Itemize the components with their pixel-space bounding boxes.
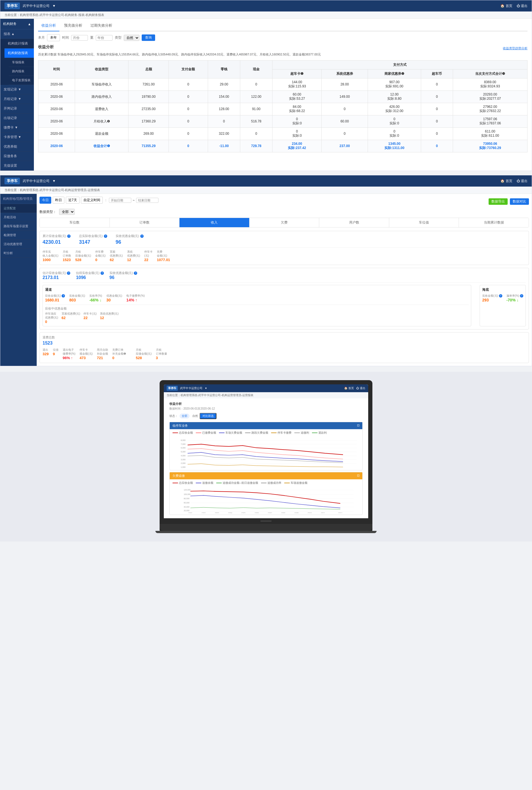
info-icon-7[interactable]: ? <box>62 294 65 297</box>
th-type: 收益类型 <box>75 60 129 78</box>
td-type: 退款金额 <box>75 127 129 140</box>
sub-stat-wide-promo: 宽索优惠费(元) 62 <box>110 250 123 262</box>
sidebar-collapse-icon[interactable]: ▲ <box>28 22 31 26</box>
road-promo: 实收优惠金额(元) ? 96 <box>110 271 137 280</box>
sidebar-item-cardmgt[interactable]: 卡券管理 ▼ <box>0 132 34 142</box>
filter-btn-this-year[interactable]: 本年 <box>47 34 60 41</box>
td-payment: 0 <box>169 78 208 91</box>
sidebar-item-receivable[interactable]: 应缴务务 <box>0 151 34 161</box>
chart1-expand-icon[interactable]: ⊡ <box>357 424 360 427</box>
tab-revenue[interactable]: 收益分析 <box>38 22 59 31</box>
monthly-items: 退出 329 仅借 9 退出电子缴费率(%) 96% ↑ 停车卡规金额(元) 4… <box>42 348 526 360</box>
logout-btn-2[interactable]: ⏻ 退出 <box>517 179 528 183</box>
sidebar-item-indoor[interactable]: 路内报表 <box>9 67 34 76</box>
summary-link[interactable]: 收益类型趋势分析 <box>503 46 528 51</box>
td-merchantcoupon: 12.00 实际:8.80 <box>368 91 421 103</box>
legend-card-payment: 停车卡缴费 <box>271 431 291 435</box>
info-icon-6[interactable]: ? <box>134 272 137 275</box>
date-tab-7days[interactable]: 近7天 <box>66 197 79 204</box>
info-icon-4[interactable]: ? <box>67 272 70 275</box>
road-subsection: 通道 应收金额(元) ? 1680.01 实收金额(元) 803 <box>42 285 471 326</box>
chart-company-icon[interactable]: ▼ <box>205 387 207 390</box>
td-type[interactable]: 收益合计❶ <box>75 140 129 152</box>
chart-logout[interactable]: ⏻ 退出 <box>356 386 365 390</box>
filter-year-input[interactable] <box>96 35 113 41</box>
road-electronic-rate: 电子缴费率(%) 14% ↑ <box>126 294 145 302</box>
sidebar-item-monthly[interactable]: 月租记录 ▼ <box>0 94 34 104</box>
td-syscoupon: 28.00 <box>321 78 368 91</box>
metric-tab-arrears[interactable]: 欠费 <box>249 218 320 227</box>
home-icon[interactable]: 🏠 首页 <box>500 4 512 8</box>
sub-stat-parking-fee: 停车费金额(元) 0 <box>95 250 106 262</box>
chart-home-icon[interactable]: 🏠 首页 <box>344 386 354 390</box>
chart-filter-btn[interactable]: 对比筛选 <box>200 413 216 419</box>
sidebar-item-stats[interactable]: 机构统计报表 <box>4 39 34 49</box>
svg-text:03/06: 03/06 <box>255 512 259 513</box>
chart2-header: 欠费追缴 ⊡ <box>170 472 362 479</box>
chart-filter-all[interactable]: 全部 <box>179 414 190 419</box>
svg-text:03/09: 03/09 <box>296 469 300 469</box>
metric-tab-orders[interactable]: 订单数 <box>110 218 180 227</box>
export-compare-btn[interactable]: 数据对比 <box>510 198 529 205</box>
date-tab-today[interactable]: 今日 <box>39 197 51 204</box>
metric-tab-revenue[interactable]: 收入 <box>179 218 249 227</box>
td-change: 154.00 <box>208 91 240 103</box>
metric-tab-spaces[interactable]: 车位数 <box>40 218 110 227</box>
legend2-success: 追缴成功金额--前日追缴金额 <box>216 481 258 485</box>
svg-text:03/09: 03/09 <box>294 512 299 513</box>
date-tab-yesterday[interactable]: 昨日 <box>53 197 64 204</box>
sidebar-item-checkin[interactable]: 开闸记录 <box>0 104 34 113</box>
svg-text:7,000: 7,000 <box>180 443 185 445</box>
filter-type-select[interactable]: 自然 <box>124 35 139 41</box>
sidebar-title: 机构财务 <box>3 22 17 26</box>
info-icon-2[interactable]: ? <box>104 235 107 238</box>
company-dropdown-icon[interactable]: ▼ <box>52 4 56 8</box>
metric-tab-users[interactable]: 用户数 <box>319 218 389 227</box>
sidebar-item-revenue[interactable]: 机构财政报表 <box>4 49 34 58</box>
logout-btn[interactable]: ⏻ 退出 <box>517 4 528 8</box>
sidebar-item-topup[interactable]: 充值设置 <box>0 161 34 171</box>
metric-tab-cumulative[interactable]: 当期累计数据 <box>459 218 529 227</box>
td-time[interactable]: 2020-06 <box>38 140 75 152</box>
td-merchantcoupon: 0 实际:0 <box>368 127 421 140</box>
td-type: 退费收入 <box>75 103 129 115</box>
tab-precharge[interactable]: 预充值分析 <box>61 22 86 30</box>
ops-sidebar-analysis[interactable]: 时分析 <box>0 249 37 258</box>
svg-text:03/07: 03/07 <box>268 469 272 469</box>
filter-month-input[interactable] <box>71 35 88 41</box>
sidebar-item-report[interactable]: 报表 ▲ <box>0 30 34 39</box>
date-tab-custom[interactable]: 自定义时间 <box>81 197 103 204</box>
ops-sidebar-promo[interactable]: 活动优惠管理 <box>0 240 37 249</box>
metric-tab-value[interactable]: 车位值 <box>389 218 459 227</box>
data-type-select[interactable]: 全部 <box>59 209 75 215</box>
chart2-expand-icon[interactable]: ⊡ <box>357 474 360 477</box>
home-icon-2[interactable]: 🏠 首页 <box>500 179 512 183</box>
info-icon-1[interactable]: ? <box>67 235 71 238</box>
date-to-input[interactable] <box>136 198 158 203</box>
info-icon-8[interactable]: ? <box>499 294 502 297</box>
info-icon-5[interactable]: ? <box>100 272 104 275</box>
ops-sidebar-inspection[interactable]: 检测管理 <box>0 231 37 240</box>
sidebar-item-checkout[interactable]: 出场记录 <box>0 113 34 123</box>
svg-text:03/10: 03/10 <box>308 512 312 513</box>
ops-sidebar-monthly[interactable]: 月租活动 <box>0 213 37 222</box>
filter-period-label: 本月 <box>38 35 45 40</box>
td-syscoupon: 0 <box>321 103 368 115</box>
sidebar-item-carpark[interactable]: 车场报表 <box>9 58 34 67</box>
export-data-btn[interactable]: 数据导出 <box>489 198 508 205</box>
ops-sidebar: 机构营地/范围/管理员 运营配套 月租活动 路段车场显示设置 检测管理 活动优惠… <box>0 194 37 366</box>
sidebar-item-electronic[interactable]: 电子发票报表 <box>9 76 34 85</box>
date-from-input[interactable] <box>109 198 131 203</box>
sidebar-item-payment[interactable]: 发现记录 ▼ <box>0 85 34 94</box>
sidebar-item-refund[interactable]: 缴费卡 ▼ <box>0 123 34 132</box>
company-dropdown-icon-2[interactable]: ▼ <box>52 179 56 183</box>
filter-query-btn[interactable]: 查询 <box>142 34 155 41</box>
info-icon-9[interactable]: ? <box>520 294 523 297</box>
ops-sidebar-road[interactable]: 路段车场显示设置 <box>0 222 37 231</box>
tab-expired[interactable]: 过期失效分析 <box>87 22 116 30</box>
chart1-legend: 总应收金额 已缴费金额 车场欠费金额 路段欠费金额 <box>170 429 362 437</box>
info-icon-3[interactable]: ? <box>140 235 144 238</box>
td-chaocar: 0 实际:0 <box>272 115 321 127</box>
svg-text:03/04: 03/04 <box>228 512 232 513</box>
sidebar-item-privilege[interactable]: 优惠券能 <box>0 142 34 151</box>
